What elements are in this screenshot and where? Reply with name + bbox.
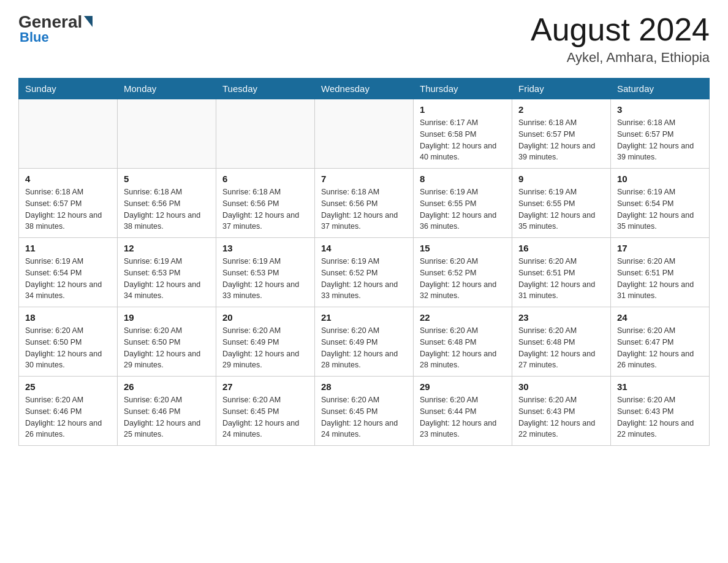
- week-row-1: 1Sunrise: 6:17 AMSunset: 6:58 PMDaylight…: [19, 99, 710, 169]
- day-number: 7: [321, 174, 407, 184]
- header-monday: Monday: [118, 79, 216, 99]
- day-number: 29: [420, 381, 506, 392]
- day-number: 25: [25, 381, 111, 392]
- day-number: 17: [617, 243, 703, 253]
- day-info: Sunrise: 6:20 AMSunset: 6:45 PMDaylight:…: [321, 394, 407, 440]
- calendar-header-row: SundayMondayTuesdayWednesdayThursdayFrid…: [19, 79, 710, 99]
- header-friday: Friday: [512, 79, 611, 99]
- day-cell: 15Sunrise: 6:20 AMSunset: 6:52 PMDayligh…: [414, 238, 512, 307]
- page-header: General Blue August 2024 Aykel, Amhara, …: [18, 12, 710, 66]
- day-number: 16: [518, 243, 604, 253]
- day-cell: 19Sunrise: 6:20 AMSunset: 6:50 PMDayligh…: [118, 307, 216, 377]
- day-number: 26: [124, 381, 210, 392]
- day-info: Sunrise: 6:18 AMSunset: 6:56 PMDaylight:…: [124, 186, 210, 232]
- day-cell: 8Sunrise: 6:19 AMSunset: 6:55 PMDaylight…: [414, 169, 512, 238]
- day-number: 24: [617, 312, 703, 323]
- day-cell: 5Sunrise: 6:18 AMSunset: 6:56 PMDaylight…: [118, 169, 216, 238]
- header-saturday: Saturday: [611, 79, 710, 99]
- day-cell: 23Sunrise: 6:20 AMSunset: 6:48 PMDayligh…: [512, 307, 611, 377]
- day-info: Sunrise: 6:20 AMSunset: 6:46 PMDaylight:…: [25, 394, 111, 440]
- day-cell: 29Sunrise: 6:20 AMSunset: 6:44 PMDayligh…: [414, 377, 512, 446]
- day-cell: 30Sunrise: 6:20 AMSunset: 6:43 PMDayligh…: [512, 377, 611, 446]
- header-wednesday: Wednesday: [315, 79, 414, 99]
- day-info: Sunrise: 6:20 AMSunset: 6:50 PMDaylight:…: [25, 325, 111, 371]
- header-sunday: Sunday: [19, 79, 118, 99]
- day-info: Sunrise: 6:19 AMSunset: 6:53 PMDaylight:…: [124, 256, 210, 302]
- day-number: 21: [321, 312, 407, 323]
- day-number: 4: [25, 174, 111, 184]
- day-cell: 10Sunrise: 6:19 AMSunset: 6:54 PMDayligh…: [611, 169, 710, 238]
- day-info: Sunrise: 6:20 AMSunset: 6:47 PMDaylight:…: [617, 325, 703, 371]
- day-cell: 31Sunrise: 6:20 AMSunset: 6:43 PMDayligh…: [611, 377, 710, 446]
- day-number: 22: [420, 312, 506, 323]
- day-info: Sunrise: 6:20 AMSunset: 6:50 PMDaylight:…: [124, 325, 210, 371]
- day-cell: 14Sunrise: 6:19 AMSunset: 6:52 PMDayligh…: [315, 238, 414, 307]
- day-number: 19: [124, 312, 210, 323]
- day-number: 14: [321, 243, 407, 253]
- day-info: Sunrise: 6:20 AMSunset: 6:46 PMDaylight:…: [124, 394, 210, 440]
- day-info: Sunrise: 6:19 AMSunset: 6:55 PMDaylight:…: [420, 186, 506, 232]
- day-cell: 1Sunrise: 6:17 AMSunset: 6:58 PMDaylight…: [414, 99, 512, 169]
- week-row-2: 4Sunrise: 6:18 AMSunset: 6:57 PMDaylight…: [19, 169, 710, 238]
- header-tuesday: Tuesday: [216, 79, 315, 99]
- day-number: 11: [25, 243, 111, 253]
- day-number: 5: [124, 174, 210, 184]
- day-cell: 3Sunrise: 6:18 AMSunset: 6:57 PMDaylight…: [611, 99, 710, 169]
- day-info: Sunrise: 6:20 AMSunset: 6:48 PMDaylight:…: [518, 325, 604, 371]
- day-cell: 4Sunrise: 6:18 AMSunset: 6:57 PMDaylight…: [19, 169, 118, 238]
- day-cell: 17Sunrise: 6:20 AMSunset: 6:51 PMDayligh…: [611, 238, 710, 307]
- day-number: 30: [518, 381, 604, 392]
- day-info: Sunrise: 6:17 AMSunset: 6:58 PMDaylight:…: [420, 117, 506, 163]
- day-number: 15: [420, 243, 506, 253]
- day-info: Sunrise: 6:20 AMSunset: 6:45 PMDaylight:…: [222, 394, 308, 440]
- day-cell: 7Sunrise: 6:18 AMSunset: 6:56 PMDaylight…: [315, 169, 414, 238]
- week-row-5: 25Sunrise: 6:20 AMSunset: 6:46 PMDayligh…: [19, 377, 710, 446]
- day-info: Sunrise: 6:19 AMSunset: 6:55 PMDaylight:…: [518, 186, 604, 232]
- day-cell: [19, 99, 118, 169]
- day-info: Sunrise: 6:20 AMSunset: 6:49 PMDaylight:…: [321, 325, 407, 371]
- day-number: 12: [124, 243, 210, 253]
- day-number: 28: [321, 381, 407, 392]
- day-info: Sunrise: 6:18 AMSunset: 6:57 PMDaylight:…: [617, 117, 703, 163]
- day-cell: 6Sunrise: 6:18 AMSunset: 6:56 PMDaylight…: [216, 169, 315, 238]
- title-block: August 2024 Aykel, Amhara, Ethiopia: [531, 12, 710, 66]
- day-number: 3: [617, 104, 703, 115]
- logo-arrow-icon: [84, 16, 93, 27]
- day-number: 20: [222, 312, 308, 323]
- day-info: Sunrise: 6:20 AMSunset: 6:51 PMDaylight:…: [617, 256, 703, 302]
- day-cell: 22Sunrise: 6:20 AMSunset: 6:48 PMDayligh…: [414, 307, 512, 377]
- day-cell: [118, 99, 216, 169]
- calendar-table: SundayMondayTuesdayWednesdayThursdayFrid…: [18, 78, 710, 446]
- day-cell: 25Sunrise: 6:20 AMSunset: 6:46 PMDayligh…: [19, 377, 118, 446]
- logo: General Blue: [18, 12, 93, 45]
- day-info: Sunrise: 6:20 AMSunset: 6:51 PMDaylight:…: [518, 256, 604, 302]
- day-info: Sunrise: 6:18 AMSunset: 6:56 PMDaylight:…: [321, 186, 407, 232]
- day-cell: [315, 99, 414, 169]
- day-cell: 20Sunrise: 6:20 AMSunset: 6:49 PMDayligh…: [216, 307, 315, 377]
- day-info: Sunrise: 6:19 AMSunset: 6:54 PMDaylight:…: [25, 256, 111, 302]
- day-cell: 28Sunrise: 6:20 AMSunset: 6:45 PMDayligh…: [315, 377, 414, 446]
- day-info: Sunrise: 6:18 AMSunset: 6:56 PMDaylight:…: [222, 186, 308, 232]
- location-title: Aykel, Amhara, Ethiopia: [531, 50, 710, 66]
- day-cell: 26Sunrise: 6:20 AMSunset: 6:46 PMDayligh…: [118, 377, 216, 446]
- day-cell: 27Sunrise: 6:20 AMSunset: 6:45 PMDayligh…: [216, 377, 315, 446]
- day-number: 13: [222, 243, 308, 253]
- day-info: Sunrise: 6:20 AMSunset: 6:44 PMDaylight:…: [420, 394, 506, 440]
- week-row-4: 18Sunrise: 6:20 AMSunset: 6:50 PMDayligh…: [19, 307, 710, 377]
- month-title: August 2024: [531, 12, 710, 47]
- day-number: 18: [25, 312, 111, 323]
- day-number: 10: [617, 174, 703, 184]
- day-number: 31: [617, 381, 703, 392]
- day-number: 8: [420, 174, 506, 184]
- header-thursday: Thursday: [414, 79, 512, 99]
- logo-blue-text: Blue: [20, 29, 49, 45]
- week-row-3: 11Sunrise: 6:19 AMSunset: 6:54 PMDayligh…: [19, 238, 710, 307]
- day-cell: [216, 99, 315, 169]
- day-number: 9: [518, 174, 604, 184]
- day-cell: 2Sunrise: 6:18 AMSunset: 6:57 PMDaylight…: [512, 99, 611, 169]
- day-info: Sunrise: 6:19 AMSunset: 6:54 PMDaylight:…: [617, 186, 703, 232]
- day-number: 27: [222, 381, 308, 392]
- day-info: Sunrise: 6:20 AMSunset: 6:43 PMDaylight:…: [518, 394, 604, 440]
- day-number: 23: [518, 312, 604, 323]
- day-info: Sunrise: 6:19 AMSunset: 6:52 PMDaylight:…: [321, 256, 407, 302]
